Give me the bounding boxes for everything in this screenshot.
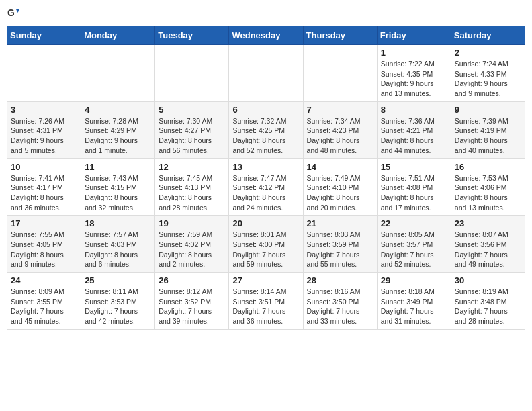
svg-text:G: G — [7, 7, 15, 18]
day-info: Sunrise: 8:16 AM Sunset: 3:50 PM Dayligh… — [307, 287, 373, 326]
day-info: Sunrise: 7:59 AM Sunset: 4:02 PM Dayligh… — [159, 230, 225, 269]
day-info: Sunrise: 7:43 AM Sunset: 4:15 PM Dayligh… — [85, 173, 151, 213]
day-info: Sunrise: 7:51 AM Sunset: 4:08 PM Dayligh… — [381, 173, 447, 213]
day-info: Sunrise: 8:07 AM Sunset: 3:56 PM Dayligh… — [455, 230, 521, 269]
day-number: 10 — [11, 162, 77, 172]
day-number: 19 — [159, 218, 225, 228]
weekday-header-wednesday: Wednesday — [229, 26, 303, 45]
day-info: Sunrise: 7:41 AM Sunset: 4:17 PM Dayligh… — [11, 173, 77, 213]
day-number: 5 — [159, 105, 225, 115]
day-info: Sunrise: 8:03 AM Sunset: 3:59 PM Dayligh… — [307, 230, 373, 269]
day-info: Sunrise: 8:05 AM Sunset: 3:57 PM Dayligh… — [381, 230, 447, 269]
calendar-cell: 12Sunrise: 7:45 AM Sunset: 4:13 PM Dayli… — [155, 158, 229, 216]
day-number: 24 — [11, 275, 77, 285]
day-info: Sunrise: 7:55 AM Sunset: 4:05 PM Dayligh… — [11, 230, 77, 269]
calendar-cell: 29Sunrise: 8:18 AM Sunset: 3:49 PM Dayli… — [377, 273, 451, 330]
calendar-cell: 21Sunrise: 8:03 AM Sunset: 3:59 PM Dayli… — [303, 216, 377, 273]
weekday-header-saturday: Saturday — [451, 26, 525, 45]
day-number: 3 — [11, 105, 77, 115]
day-number: 7 — [307, 105, 373, 115]
logo: G — [7, 7, 23, 20]
calendar-cell: 17Sunrise: 7:55 AM Sunset: 4:05 PM Dayli… — [7, 216, 81, 273]
day-info: Sunrise: 7:57 AM Sunset: 4:03 PM Dayligh… — [85, 230, 151, 269]
day-number: 2 — [455, 48, 521, 58]
day-number: 12 — [159, 162, 225, 172]
day-number: 9 — [455, 105, 521, 115]
day-number: 13 — [232, 162, 299, 172]
day-number: 20 — [232, 218, 299, 228]
day-number: 4 — [85, 105, 151, 115]
calendar-cell — [155, 45, 229, 102]
day-number: 23 — [455, 218, 521, 228]
calendar-cell: 30Sunrise: 8:19 AM Sunset: 3:48 PM Dayli… — [451, 273, 525, 330]
logo-icon: G — [7, 7, 20, 20]
calendar-cell: 16Sunrise: 7:53 AM Sunset: 4:06 PM Dayli… — [451, 158, 525, 216]
calendar-cell: 1Sunrise: 7:22 AM Sunset: 4:35 PM Daylig… — [377, 45, 451, 102]
day-info: Sunrise: 7:30 AM Sunset: 4:27 PM Dayligh… — [159, 116, 225, 156]
day-info: Sunrise: 7:26 AM Sunset: 4:31 PM Dayligh… — [11, 116, 77, 156]
day-info: Sunrise: 7:32 AM Sunset: 4:25 PM Dayligh… — [232, 116, 299, 156]
day-info: Sunrise: 7:28 AM Sunset: 4:29 PM Dayligh… — [85, 116, 151, 156]
calendar-cell: 7Sunrise: 7:34 AM Sunset: 4:23 PM Daylig… — [303, 101, 377, 158]
calendar-cell: 18Sunrise: 7:57 AM Sunset: 4:03 PM Dayli… — [81, 216, 155, 273]
day-info: Sunrise: 7:49 AM Sunset: 4:10 PM Dayligh… — [307, 173, 373, 213]
calendar-cell — [7, 45, 81, 102]
week-row-2: 3Sunrise: 7:26 AM Sunset: 4:31 PM Daylig… — [7, 101, 525, 158]
week-row-4: 17Sunrise: 7:55 AM Sunset: 4:05 PM Dayli… — [7, 216, 525, 273]
day-number: 29 — [381, 275, 447, 285]
day-info: Sunrise: 7:53 AM Sunset: 4:06 PM Dayligh… — [455, 173, 521, 213]
day-number: 17 — [11, 218, 77, 228]
calendar-cell: 22Sunrise: 8:05 AM Sunset: 3:57 PM Dayli… — [377, 216, 451, 273]
calendar-cell: 2Sunrise: 7:24 AM Sunset: 4:33 PM Daylig… — [451, 45, 525, 102]
calendar-cell: 10Sunrise: 7:41 AM Sunset: 4:17 PM Dayli… — [7, 158, 81, 216]
day-info: Sunrise: 8:14 AM Sunset: 3:51 PM Dayligh… — [232, 287, 299, 326]
calendar-cell: 26Sunrise: 8:12 AM Sunset: 3:52 PM Dayli… — [155, 273, 229, 330]
calendar-cell: 20Sunrise: 8:01 AM Sunset: 4:00 PM Dayli… — [229, 216, 303, 273]
calendar-cell: 5Sunrise: 7:30 AM Sunset: 4:27 PM Daylig… — [155, 101, 229, 158]
calendar-cell: 11Sunrise: 7:43 AM Sunset: 4:15 PM Dayli… — [81, 158, 155, 216]
calendar-cell: 15Sunrise: 7:51 AM Sunset: 4:08 PM Dayli… — [377, 158, 451, 216]
day-number: 16 — [455, 162, 521, 172]
day-info: Sunrise: 7:45 AM Sunset: 4:13 PM Dayligh… — [159, 173, 225, 213]
day-info: Sunrise: 8:19 AM Sunset: 3:48 PM Dayligh… — [455, 287, 521, 326]
day-number: 1 — [381, 48, 447, 58]
day-info: Sunrise: 7:36 AM Sunset: 4:21 PM Dayligh… — [381, 116, 447, 156]
calendar-cell: 13Sunrise: 7:47 AM Sunset: 4:12 PM Dayli… — [229, 158, 303, 216]
weekday-header-sunday: Sunday — [7, 26, 81, 45]
day-number: 27 — [232, 275, 299, 285]
day-number: 14 — [307, 162, 373, 172]
calendar-cell — [229, 45, 303, 102]
day-info: Sunrise: 7:39 AM Sunset: 4:19 PM Dayligh… — [455, 116, 521, 156]
weekday-header-monday: Monday — [81, 26, 155, 45]
calendar-cell: 27Sunrise: 8:14 AM Sunset: 3:51 PM Dayli… — [229, 273, 303, 330]
calendar-cell: 3Sunrise: 7:26 AM Sunset: 4:31 PM Daylig… — [7, 101, 81, 158]
weekday-header-friday: Friday — [377, 26, 451, 45]
calendar-cell: 9Sunrise: 7:39 AM Sunset: 4:19 PM Daylig… — [451, 101, 525, 158]
day-info: Sunrise: 8:01 AM Sunset: 4:00 PM Dayligh… — [232, 230, 299, 269]
day-number: 22 — [381, 218, 447, 228]
calendar-cell: 6Sunrise: 7:32 AM Sunset: 4:25 PM Daylig… — [229, 101, 303, 158]
calendar-cell: 19Sunrise: 7:59 AM Sunset: 4:02 PM Dayli… — [155, 216, 229, 273]
day-number: 11 — [85, 162, 151, 172]
day-info: Sunrise: 8:11 AM Sunset: 3:53 PM Dayligh… — [85, 287, 151, 326]
weekday-header-row: SundayMondayTuesdayWednesdayThursdayFrid… — [7, 26, 525, 45]
day-info: Sunrise: 8:09 AM Sunset: 3:55 PM Dayligh… — [11, 287, 77, 326]
day-number: 28 — [307, 275, 373, 285]
calendar-cell: 23Sunrise: 8:07 AM Sunset: 3:56 PM Dayli… — [451, 216, 525, 273]
day-info: Sunrise: 8:12 AM Sunset: 3:52 PM Dayligh… — [159, 287, 225, 326]
day-info: Sunrise: 7:47 AM Sunset: 4:12 PM Dayligh… — [232, 173, 299, 213]
week-row-1: 1Sunrise: 7:22 AM Sunset: 4:35 PM Daylig… — [7, 45, 525, 102]
svg-marker-1 — [16, 9, 19, 13]
calendar-cell — [81, 45, 155, 102]
day-info: Sunrise: 8:18 AM Sunset: 3:49 PM Dayligh… — [381, 287, 447, 326]
weekday-header-thursday: Thursday — [303, 26, 377, 45]
calendar-cell: 4Sunrise: 7:28 AM Sunset: 4:29 PM Daylig… — [81, 101, 155, 158]
day-number: 21 — [307, 218, 373, 228]
day-info: Sunrise: 7:34 AM Sunset: 4:23 PM Dayligh… — [307, 116, 373, 156]
day-number: 18 — [85, 218, 151, 228]
day-info: Sunrise: 7:24 AM Sunset: 4:33 PM Dayligh… — [455, 59, 521, 99]
calendar-cell: 14Sunrise: 7:49 AM Sunset: 4:10 PM Dayli… — [303, 158, 377, 216]
week-row-3: 10Sunrise: 7:41 AM Sunset: 4:17 PM Dayli… — [7, 158, 525, 216]
calendar-cell: 24Sunrise: 8:09 AM Sunset: 3:55 PM Dayli… — [7, 273, 81, 330]
day-number: 26 — [159, 275, 225, 285]
